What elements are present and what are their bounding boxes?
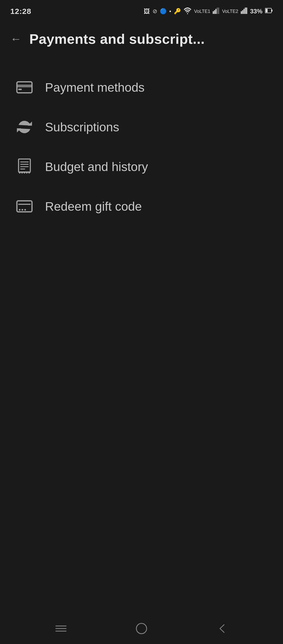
- page-title: Payments and subscript...: [29, 31, 205, 47]
- svg-rect-12: [271, 10, 272, 12]
- subscriptions-label: Subscriptions: [45, 120, 119, 134]
- vpn-icon: 🔵: [160, 8, 167, 15]
- status-bar: 12:28 🖼 ⊘ 🔵 • 🔑 VoLTE1 VoLTE2: [0, 0, 283, 21]
- svg-rect-4: [217, 7, 218, 14]
- link-icon: ⊘: [153, 8, 157, 15]
- svg-rect-1: [213, 11, 214, 14]
- back-nav-button[interactable]: [212, 618, 232, 639]
- svg-rect-30: [136, 623, 147, 634]
- svg-rect-15: [17, 84, 32, 87]
- svg-rect-10: [246, 7, 247, 14]
- svg-point-25: [24, 209, 26, 210]
- svg-rect-3: [216, 9, 217, 14]
- header: ← Payments and subscript...: [0, 21, 283, 57]
- svg-rect-16: [18, 89, 22, 90]
- battery-text: 33%: [250, 8, 262, 15]
- status-time: 12:28: [10, 7, 31, 16]
- payment-methods-label: Payment methods: [45, 80, 145, 95]
- lte1-label: VoLTE1: [194, 9, 210, 14]
- svg-rect-13: [266, 9, 268, 12]
- nav-bar: [0, 613, 283, 644]
- credit-card-icon: [15, 78, 33, 96]
- dot-icon: •: [169, 8, 171, 15]
- status-right: 🖼 ⊘ 🔵 • 🔑 VoLTE1 VoLTE2: [144, 7, 273, 16]
- gallery-icon: 🖼: [144, 8, 150, 15]
- svg-rect-17: [19, 159, 30, 172]
- budget-history-label: Budget and history: [45, 160, 148, 174]
- wifi-icon: [183, 7, 192, 16]
- svg-rect-9: [245, 7, 246, 14]
- redeem-gift-label: Redeem gift code: [45, 199, 142, 214]
- menu-item-redeem-gift[interactable]: Redeem gift code: [5, 187, 278, 226]
- svg-rect-7: [242, 10, 243, 14]
- svg-rect-6: [241, 11, 242, 14]
- svg-rect-5: [218, 7, 219, 14]
- lte2-label: VoLTE2: [222, 9, 238, 14]
- signal2-icon: [241, 7, 247, 15]
- back-button[interactable]: ←: [10, 33, 22, 45]
- battery-icon: [265, 7, 273, 15]
- svg-point-24: [22, 209, 23, 210]
- menu-item-budget-history[interactable]: Budget and history: [5, 147, 278, 187]
- gift-card-icon: [15, 197, 33, 215]
- recent-apps-button[interactable]: [51, 618, 71, 639]
- svg-rect-8: [243, 9, 244, 14]
- home-button[interactable]: [131, 618, 152, 639]
- signal1-icon: [213, 7, 219, 15]
- menu-list: Payment methods Subscriptions: [0, 67, 283, 226]
- menu-item-payment-methods[interactable]: Payment methods: [5, 67, 278, 107]
- svg-rect-2: [214, 10, 215, 14]
- refresh-icon: [15, 118, 33, 136]
- svg-point-0: [187, 13, 188, 14]
- menu-item-subscriptions[interactable]: Subscriptions: [5, 107, 278, 147]
- receipt-icon: [15, 158, 33, 176]
- svg-point-23: [19, 209, 20, 210]
- key-icon: 🔑: [174, 8, 181, 15]
